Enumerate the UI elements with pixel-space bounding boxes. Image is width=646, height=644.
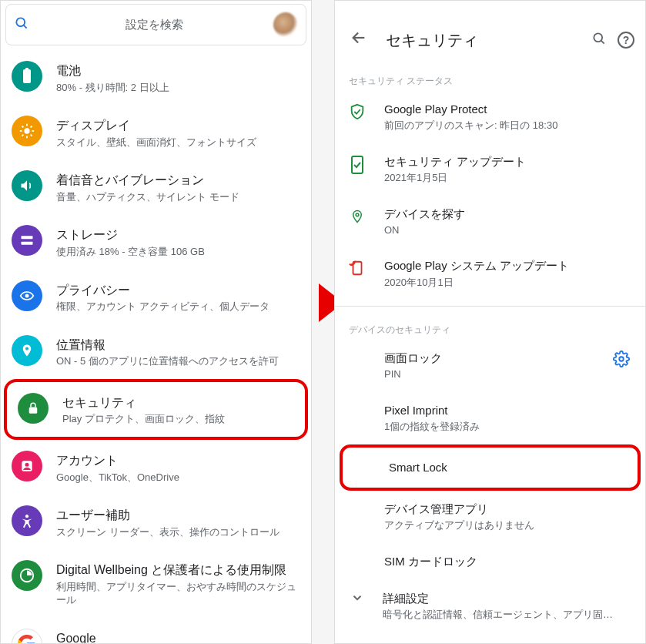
security-item-sim-lock[interactable]: SIM カードロック — [335, 543, 645, 580]
search-icon — [14, 15, 29, 35]
wellbeing-icon — [12, 560, 42, 591]
brightness-icon — [12, 116, 42, 146]
svg-point-25 — [356, 213, 359, 216]
item-title: プライバシー — [56, 282, 300, 299]
svg-point-22 — [594, 33, 602, 42]
update-phone-icon — [347, 259, 367, 277]
highlight-security: セキュリティ Play プロテクト、画面ロック、指紋 — [4, 379, 308, 440]
svg-rect-13 — [22, 236, 33, 240]
location-icon — [347, 207, 367, 226]
item-title: ディスプレイ — [56, 117, 300, 134]
storage-icon — [12, 225, 42, 256]
section-security-status: セキュリティ ステータス — [335, 64, 645, 91]
settings-item-location[interactable]: 位置情報 ON - 5 個のアプリに位置情報へのアクセスを許可 — [1, 324, 311, 379]
svg-point-18 — [25, 463, 29, 467]
profile-avatar[interactable] — [273, 12, 298, 37]
settings-item-display[interactable]: ディスプレイ スタイル、壁紙、画面消灯、フォントサイズ — [1, 105, 311, 159]
item-title: Google Play システム アップデート — [384, 258, 633, 273]
svg-point-15 — [25, 293, 29, 297]
header: セキュリティ ? — [335, 16, 645, 64]
svg-line-12 — [31, 126, 32, 128]
help-button[interactable]: ? — [618, 32, 634, 49]
search-button[interactable] — [585, 31, 613, 50]
item-sub: 80% - 残り時間: 2 日以上 — [56, 81, 300, 95]
item-title: セキュリティ アップデート — [384, 154, 633, 169]
privacy-icon — [12, 280, 42, 311]
svg-line-11 — [22, 135, 23, 136]
settings-item-storage[interactable]: ストレージ 使用済み 18% - 空き容量 106 GB — [1, 214, 311, 269]
security-item-device-admin[interactable]: デバイス管理アプリ アクティブなアプリはありません — [335, 491, 645, 543]
settings-item-sound[interactable]: 着信音とバイブレーション 音量、ハプティクス、サイレント モード — [1, 159, 311, 214]
settings-item-wellbeing[interactable]: Digital Wellbeing と保護者による使用制限 利用時間、アプリタイ… — [1, 549, 311, 618]
item-sub: Google、TikTok、OneDrive — [56, 471, 300, 485]
settings-item-battery[interactable]: 電池 80% - 残り時間: 2 日以上 — [1, 50, 311, 105]
item-title: Pixel Imprint — [384, 403, 633, 418]
security-item-system-update[interactable]: Google Play システム アップデート 2020年10月1日 — [335, 247, 645, 300]
item-sub: スタイル、壁紙、画面消灯、フォントサイズ — [56, 136, 300, 149]
search-placeholder: 設定を検索 — [35, 18, 273, 32]
svg-rect-24 — [352, 156, 363, 173]
settings-item-accounts[interactable]: アカウント Google、TikTok、OneDrive — [1, 440, 311, 495]
item-sub: 暗号化と認証情報、信頼エージェント、アプリ固… — [383, 608, 633, 622]
battery-icon — [12, 61, 42, 92]
lock-icon — [18, 393, 49, 424]
item-sub: アクティブなアプリはありません — [384, 518, 633, 532]
svg-line-10 — [31, 135, 32, 136]
search-bar[interactable]: 設定を検索 — [5, 4, 306, 45]
item-title: ストレージ — [56, 226, 300, 243]
settings-main-screen: 設定を検索 電池 80% - 残り時間: 2 日以上 ディスプレイ スタイル、壁… — [0, 0, 312, 644]
divider — [335, 306, 645, 307]
item-sub: PIN — [384, 367, 610, 381]
security-item-find-device[interactable]: デバイスを探す ON — [335, 196, 645, 248]
phone-check-icon — [347, 155, 367, 175]
security-item-play-protect[interactable]: Google Play Protect 前回のアプリのスキャン: 昨日の 18:… — [335, 91, 645, 143]
item-title: Digital Wellbeing と保護者による使用制限 — [56, 562, 300, 579]
item-title: 着信音とバイブレーション — [56, 172, 300, 189]
svg-rect-16 — [29, 407, 38, 413]
item-sub: Play プロテクト、画面ロック、指紋 — [62, 412, 294, 426]
page-title: セキュリティ — [386, 30, 585, 51]
chevron-down-icon — [347, 591, 367, 609]
item-title: Smart Lock — [389, 460, 628, 475]
item-sub: 1個の指紋を登録済み — [384, 420, 633, 434]
item-sub: スクリーン リーダー、表示、操作のコントロール — [56, 525, 300, 539]
settings-item-privacy[interactable]: プライバシー 権限、アカウント アクティビティ、個人データ — [1, 270, 311, 324]
volume-icon — [12, 170, 42, 201]
item-title: 画面ロック — [384, 351, 610, 366]
svg-line-23 — [601, 40, 604, 43]
settings-item-security[interactable]: セキュリティ Play プロテクト、画面ロック、指紋 — [7, 382, 305, 437]
highlight-smart-lock: Smart Lock — [340, 444, 641, 491]
security-screen: セキュリティ ? セキュリティ ステータス Google Play Protec… — [334, 0, 646, 644]
settings-item-google[interactable]: Google サービスと設定 — [1, 618, 311, 644]
accessibility-icon — [12, 505, 42, 536]
location-icon — [12, 335, 42, 366]
security-item-pixel-imprint[interactable]: Pixel Imprint 1個の指紋を登録済み — [335, 392, 645, 444]
google-icon — [12, 629, 42, 644]
security-item-smart-lock[interactable]: Smart Lock — [343, 448, 638, 488]
account-icon — [12, 451, 42, 481]
shield-icon — [347, 102, 367, 121]
svg-point-0 — [16, 18, 25, 26]
item-sub: 2021年1月5日 — [384, 171, 633, 185]
item-title: Google — [56, 630, 300, 644]
svg-rect-14 — [22, 242, 33, 245]
item-title: 位置情報 — [56, 337, 300, 354]
section-device-security: デバイスのセキュリティ — [335, 313, 645, 340]
item-title: 電池 — [56, 62, 300, 79]
gear-icon[interactable] — [610, 351, 633, 371]
item-sub: 権限、アカウント アクティビティ、個人データ — [56, 300, 300, 314]
svg-point-19 — [25, 515, 28, 518]
security-item-advanced[interactable]: 詳細設定 暗号化と認証情報、信頼エージェント、アプリ固… — [335, 580, 645, 632]
item-title: Google Play Protect — [384, 102, 633, 117]
security-item-screen-lock[interactable]: 画面ロック PIN — [335, 340, 645, 392]
svg-rect-3 — [25, 68, 28, 70]
item-title: デバイスを探す — [384, 206, 633, 222]
item-title: アカウント — [56, 452, 300, 469]
settings-item-accessibility[interactable]: ユーザー補助 スクリーン リーダー、表示、操作のコントロール — [1, 495, 311, 549]
svg-rect-2 — [23, 69, 31, 83]
svg-point-27 — [619, 357, 624, 361]
item-sub: 利用時間、アプリタイマー、おやすみ時間のスケジュール — [56, 580, 300, 607]
item-sub: 使用済み 18% - 空き容量 106 GB — [56, 245, 300, 259]
back-button[interactable] — [346, 25, 372, 55]
security-item-security-update[interactable]: セキュリティ アップデート 2021年1月5日 — [335, 143, 645, 196]
